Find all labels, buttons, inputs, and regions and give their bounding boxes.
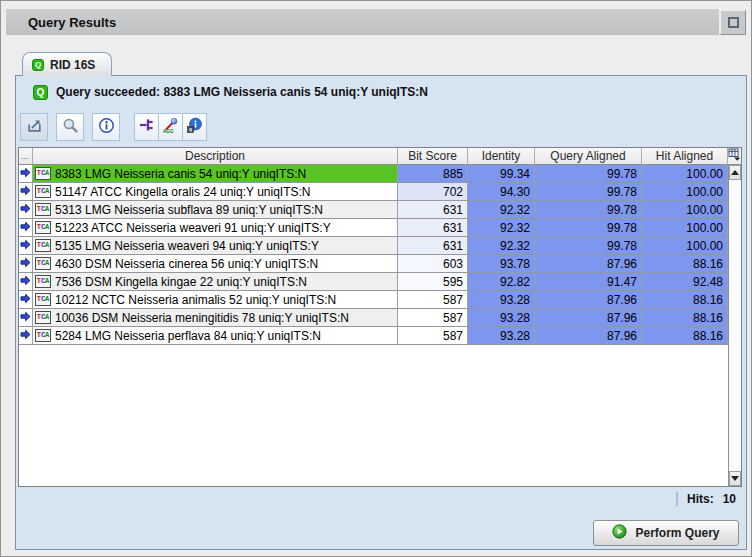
perform-query-label: Perform Query: [635, 526, 719, 540]
row-query-aligned-cell: 99.78: [535, 237, 642, 255]
search-icon: [62, 117, 79, 138]
row-bit-score-cell: 631: [398, 201, 468, 219]
row-hit-aligned-cell: 100.00: [642, 237, 728, 255]
row-query-aligned-cell: 87.96: [535, 309, 642, 327]
row-description-cell: TCA 4630 DSM Neisseria cinerea 56 uniq:Y…: [33, 255, 398, 273]
zoom-button[interactable]: [56, 113, 84, 141]
query-info-button[interactable]: q: [182, 113, 207, 141]
maximize-button[interactable]: [719, 9, 746, 35]
row-link-cell[interactable]: [19, 219, 33, 237]
header-description[interactable]: Description: [33, 148, 398, 165]
link-arrow-icon: [20, 185, 31, 199]
status-row: Q Query succeeded: 8383 LMG Neisseria ca…: [33, 84, 428, 100]
table-row[interactable]: TCA 8383 LMG Neisseria canis 54 uniq:Y u…: [19, 165, 741, 183]
scroll-up-icon: [731, 170, 739, 175]
tab-rid-16s[interactable]: Q RID 16S: [22, 52, 112, 76]
row-hit-aligned-cell: 100.00: [642, 201, 728, 219]
link-arrow-icon: [20, 293, 31, 307]
titlebar: Query Results: [6, 9, 746, 35]
header-spacer[interactable]: ...: [19, 148, 33, 165]
comparison-branch-icon: [139, 117, 155, 137]
row-link-cell[interactable]: [19, 183, 33, 201]
row-description-text: 8383 LMG Neisseria canis 54 uniq:Y uniqI…: [55, 167, 306, 181]
row-link-cell[interactable]: [19, 273, 33, 291]
row-description-text: 5135 LMG Neisseria weaveri 94 uniq:Y uni…: [55, 239, 319, 253]
perform-query-button[interactable]: Perform Query: [593, 520, 739, 546]
table-row[interactable]: TCA 51147 ATCC Kingella oralis 24 uniq:Y…: [19, 183, 741, 201]
table-body: TCA 8383 LMG Neisseria canis 54 uniq:Y u…: [19, 165, 741, 345]
link-arrow-icon: [20, 257, 31, 271]
header-query-aligned[interactable]: Query Aligned: [535, 148, 642, 165]
row-description-text: 5284 LMG Neisseria perflava 84 uniq:Y un…: [55, 329, 321, 343]
query-info-icon: q: [186, 117, 203, 138]
row-link-cell[interactable]: [19, 255, 33, 273]
sequence-icon: TCA: [35, 221, 51, 234]
link-arrow-icon: [20, 311, 31, 325]
row-link-cell[interactable]: [19, 237, 33, 255]
sequence-icon: TCA: [35, 167, 51, 180]
export-button[interactable]: [20, 113, 48, 141]
status-separator: [676, 492, 678, 506]
row-hit-aligned-cell: 88.16: [642, 255, 728, 273]
aggregate-link-button[interactable]: AGG: [158, 113, 183, 141]
header-hit-aligned[interactable]: Hit Aligned: [642, 148, 728, 165]
export-icon: [26, 117, 43, 138]
sequence-icon: TCA: [35, 239, 51, 252]
row-link-cell[interactable]: [19, 327, 33, 345]
row-hit-aligned-cell: 100.00: [642, 183, 728, 201]
table-row[interactable]: TCA 51223 ATCC Neisseria weaveri 91 uniq…: [19, 219, 741, 237]
row-bit-score-cell: 631: [398, 219, 468, 237]
row-description-cell: TCA 7536 DSM Kingella kingae 22 uniq:Y u…: [33, 273, 398, 291]
row-link-cell[interactable]: [19, 309, 33, 327]
vertical-scrollbar[interactable]: [728, 165, 741, 486]
table-row[interactable]: TCA 10036 DSM Neisseria meningitidis 78 …: [19, 309, 741, 327]
info-button[interactable]: [92, 113, 120, 141]
row-description-cell: TCA 5313 LMG Neisseria subflava 89 uniq:…: [33, 201, 398, 219]
row-link-cell[interactable]: [19, 291, 33, 309]
table-row[interactable]: TCA 5135 LMG Neisseria weaveri 94 uniq:Y…: [19, 237, 741, 255]
row-identity-cell: 93.28: [468, 291, 535, 309]
table-row[interactable]: TCA 4630 DSM Neisseria cinerea 56 uniq:Y…: [19, 255, 741, 273]
column-select-button[interactable]: [728, 148, 741, 165]
svg-text:AGG: AGG: [163, 129, 174, 134]
link-arrow-icon: [20, 239, 31, 253]
row-query-aligned-cell: 87.96: [535, 291, 642, 309]
row-link-cell[interactable]: [19, 165, 33, 183]
row-identity-cell: 93.78: [468, 255, 535, 273]
link-arrow-icon: [20, 203, 31, 217]
row-link-cell[interactable]: [19, 201, 33, 219]
row-identity-cell: 92.32: [468, 237, 535, 255]
table-row[interactable]: TCA 5313 LMG Neisseria subflava 89 uniq:…: [19, 201, 741, 219]
table-row[interactable]: TCA 5284 LMG Neisseria perflava 84 uniq:…: [19, 327, 741, 345]
info-icon: [98, 117, 115, 138]
link-arrow-icon: [20, 167, 31, 181]
row-bit-score-cell: 587: [398, 309, 468, 327]
row-query-aligned-cell: 99.78: [535, 165, 642, 183]
row-query-aligned-cell: 99.78: [535, 183, 642, 201]
row-description-cell: TCA 8383 LMG Neisseria canis 54 uniq:Y u…: [33, 165, 398, 183]
sequence-icon: TCA: [35, 293, 51, 306]
row-description-text: 4630 DSM Neisseria cinerea 56 uniq:Y uni…: [55, 257, 318, 271]
tab-label: RID 16S: [50, 58, 95, 72]
toolbar: AGG q: [20, 113, 207, 141]
link-arrow-icon: [20, 221, 31, 235]
header-bit-score[interactable]: Bit Score: [398, 148, 468, 165]
sequence-icon: TCA: [35, 257, 51, 270]
scroll-down-button[interactable]: [729, 471, 741, 486]
comparison-button[interactable]: [134, 113, 159, 141]
row-description-cell: TCA 10036 DSM Neisseria meningitidis 78 …: [33, 309, 398, 327]
row-bit-score-cell: 702: [398, 183, 468, 201]
row-bit-score-cell: 595: [398, 273, 468, 291]
table-row[interactable]: TCA 7536 DSM Kingella kingae 22 uniq:Y u…: [19, 273, 741, 291]
row-hit-aligned-cell: 92.48: [642, 273, 728, 291]
row-bit-score-cell: 885: [398, 165, 468, 183]
aggregate-arrow-icon: AGG: [162, 117, 179, 138]
sequence-icon: TCA: [35, 275, 51, 288]
scroll-up-button[interactable]: [729, 165, 741, 180]
row-hit-aligned-cell: 88.16: [642, 327, 728, 345]
row-description-text: 7536 DSM Kingella kingae 22 uniq:Y uniqI…: [55, 275, 307, 289]
table-row[interactable]: TCA 10212 NCTC Neisseria animalis 52 uni…: [19, 291, 741, 309]
header-identity[interactable]: Identity: [468, 148, 535, 165]
column-grid-icon: [728, 148, 741, 164]
row-bit-score-cell: 631: [398, 237, 468, 255]
